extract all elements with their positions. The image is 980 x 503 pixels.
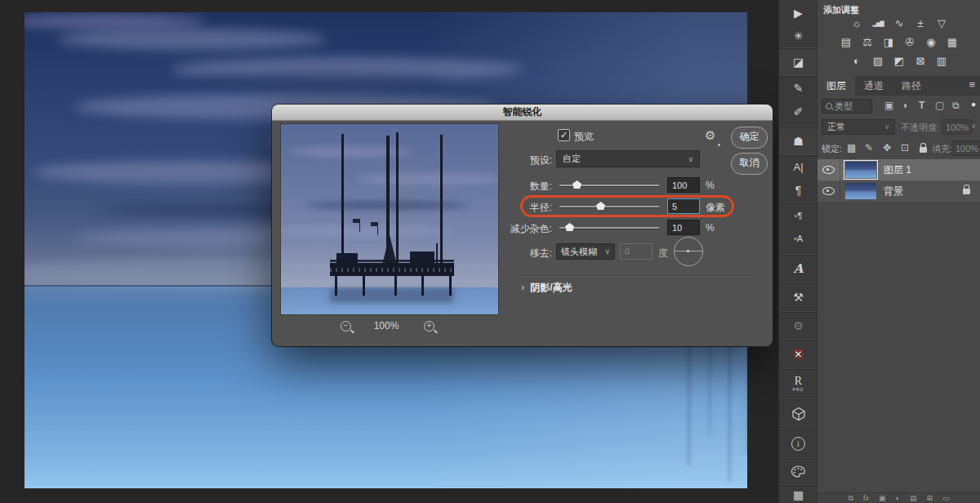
ok-button[interactable]: 确定 xyxy=(731,127,768,149)
amount-input[interactable]: 100 xyxy=(667,177,700,193)
r-pro-icon[interactable]: RPRO xyxy=(779,368,817,398)
radius-label: 半径: xyxy=(530,201,552,215)
color-balance-icon[interactable]: ⚖ xyxy=(861,36,875,48)
filter-shape-layers-icon[interactable]: ▢ xyxy=(935,100,944,111)
dialog-titlebar[interactable]: 智能锐化 xyxy=(272,105,773,121)
zoom-out-button[interactable]: − xyxy=(341,321,351,332)
filter-type-layers-icon[interactable]: T xyxy=(919,100,924,111)
cloud-streak xyxy=(280,226,452,236)
levels-icon[interactable]: ▂▅▇ xyxy=(871,17,885,29)
gear-icon[interactable]: ⚙ xyxy=(705,128,715,143)
new-group-icon[interactable]: ▤ xyxy=(910,493,917,503)
filter-toggle-icon[interactable]: ● xyxy=(971,100,976,109)
delete-layer-icon[interactable]: ▭ xyxy=(942,493,950,503)
new-adjustment-icon[interactable]: ◐ xyxy=(895,493,899,503)
threshold-icon[interactable]: ◩ xyxy=(893,55,906,67)
radius-input[interactable]: 5 xyxy=(667,198,700,214)
curves-icon[interactable]: ∿ xyxy=(893,17,906,29)
blend-mode-select[interactable]: 正常 ∨ xyxy=(822,119,895,135)
eye-icon xyxy=(822,166,835,174)
gradient-map-icon[interactable]: ⊠ xyxy=(914,55,928,67)
layer-row-layer1[interactable]: 图层 1 xyxy=(817,159,980,180)
fill-value[interactable]: 100% xyxy=(951,140,980,156)
palette-icon[interactable] xyxy=(779,457,817,484)
noise-input[interactable]: 10 xyxy=(667,220,700,235)
lock-all-icon[interactable] xyxy=(920,147,927,153)
black-white-icon[interactable]: ◨ xyxy=(882,36,896,48)
filter-pixel-layers-icon[interactable]: ▣ xyxy=(884,100,893,111)
layer-effects-icon[interactable]: fx xyxy=(863,493,869,503)
layer1-thumbnail[interactable] xyxy=(845,162,876,178)
noise-slider-track[interactable] xyxy=(559,227,659,229)
panel-tabs: 图层 通道 路径 xyxy=(817,76,980,96)
layer-row-background[interactable]: 背景 xyxy=(817,180,980,202)
grid-glyph: ▦ xyxy=(793,488,804,501)
amount-slider-thumb[interactable] xyxy=(572,180,581,189)
cancel-button[interactable]: 取消 xyxy=(731,153,768,175)
type-cursor-icon[interactable]: A| xyxy=(779,154,817,179)
filter-smart-objects-icon[interactable]: ⧉ xyxy=(952,100,960,111)
crossed-tools-icon[interactable]: ⚒ xyxy=(779,283,817,311)
noise-slider-thumb[interactable] xyxy=(565,223,574,231)
background-thumbnail[interactable] xyxy=(845,183,876,199)
tab-paths[interactable]: 路径 xyxy=(893,76,930,96)
lock-artboard-icon[interactable]: ⊡ xyxy=(901,142,909,154)
zoom-in-button[interactable]: + xyxy=(424,321,434,332)
new-layer-icon[interactable]: ⊞ xyxy=(926,493,933,503)
info-icon[interactable]: i xyxy=(779,429,817,457)
visibility-cell[interactable] xyxy=(817,180,840,202)
link-layers-icon[interactable]: ⧉ xyxy=(849,493,853,503)
lock-paint-icon[interactable]: ✎ xyxy=(865,142,873,154)
tab-channels[interactable]: 通道 xyxy=(855,76,893,96)
brushes-cup-icon[interactable]: ✎ xyxy=(779,75,817,100)
glyphs-icon[interactable]: ▫A xyxy=(779,226,817,250)
flag xyxy=(353,219,359,223)
hue-saturation-icon[interactable]: ▤ xyxy=(840,36,853,48)
grid-icon[interactable]: ▦ xyxy=(779,484,817,503)
photo-filter-icon[interactable]: ✇ xyxy=(903,36,917,48)
filter-adjustment-layers-icon[interactable]: ◑ xyxy=(902,100,907,111)
radius-slider-track[interactable] xyxy=(559,206,659,207)
lock-position-icon[interactable]: ✥ xyxy=(883,142,891,154)
layer-filter-type-select[interactable]: 类型 xyxy=(822,99,872,114)
opacity-value[interactable]: 100% xyxy=(942,119,973,135)
tab-layers[interactable]: 图层 xyxy=(817,76,855,96)
channel-mixer-icon[interactable]: ◉ xyxy=(924,36,938,48)
background-name[interactable]: 背景 xyxy=(884,185,903,198)
exposure-icon[interactable]: ± xyxy=(914,17,928,29)
invert-icon[interactable]: ◐ xyxy=(850,55,864,67)
cube-glyph xyxy=(791,407,806,421)
preview-checkbox[interactable]: ✓ xyxy=(558,129,570,141)
amount-label: 数量: xyxy=(530,180,552,194)
gear-dim-icon[interactable]: ⚙ xyxy=(779,311,817,340)
color-lookup-icon[interactable]: ▦ xyxy=(946,36,960,48)
paragraph-icon[interactable]: ¶ xyxy=(779,178,817,202)
radius-slider-thumb[interactable] xyxy=(596,202,605,210)
vibrance-icon[interactable]: ▽ xyxy=(935,17,949,29)
chevron-down-icon: ∨ xyxy=(884,123,889,131)
knife-page-icon[interactable]: ◪ xyxy=(779,47,817,75)
brightness-contrast-icon[interactable]: ☼ xyxy=(850,17,864,29)
panel-menu-icon[interactable]: ≡ xyxy=(969,78,975,91)
play-icon[interactable]: ▶ xyxy=(779,1,817,24)
paragraph-styles-icon[interactable]: ▫¶ xyxy=(779,203,817,227)
wheel-icon[interactable]: ✳ xyxy=(779,24,817,47)
posterize-icon[interactable]: ▨ xyxy=(871,55,885,67)
clone-stamp-icon[interactable]: ☗ xyxy=(779,127,817,154)
selective-color-icon[interactable]: ▥ xyxy=(935,55,949,67)
layer1-name[interactable]: 图层 1 xyxy=(884,163,911,177)
fancy-type-icon[interactable]: A xyxy=(779,254,817,283)
sharpen-preview-image[interactable] xyxy=(280,123,499,315)
remove-select[interactable]: 镜头模糊 ∨ xyxy=(556,243,615,260)
lock-transparency-icon[interactable]: ▩ xyxy=(847,142,856,154)
angle-dial[interactable] xyxy=(674,237,703,266)
tool-presets-icon[interactable]: ✐ xyxy=(779,100,817,123)
visibility-cell[interactable] xyxy=(817,159,840,180)
preset-select[interactable]: 自定 ∨ xyxy=(556,150,700,167)
layer-mask-icon[interactable]: ▣ xyxy=(879,493,886,503)
adjustments-title: 添加调整 xyxy=(823,4,859,16)
cube-3d-icon[interactable] xyxy=(779,398,817,429)
shadows-highlights-section[interactable]: ›阴影/高光 xyxy=(521,281,572,295)
chevron-down-icon[interactable]: ∨ xyxy=(971,122,976,130)
red-x-icon[interactable]: ✕ xyxy=(779,340,817,368)
